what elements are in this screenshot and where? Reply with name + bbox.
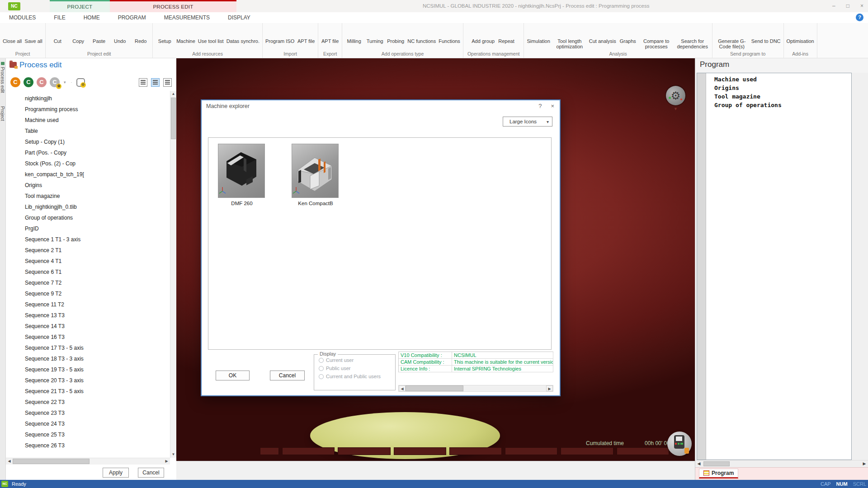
tree-item[interactable]: Stock (Pos. (2) - Cop <box>6 158 170 169</box>
tree-item[interactable]: Sequence 11 T2 <box>6 299 170 310</box>
side-tab[interactable]: Project <box>0 101 5 121</box>
ribbon-button[interactable]: Graphs <box>618 24 638 44</box>
ribbon-button[interactable]: Add group <box>470 24 496 44</box>
tree-item[interactable]: Sequence 13 T3 <box>6 310 170 321</box>
dialog-close-icon[interactable]: × <box>551 103 554 109</box>
tree-item[interactable]: Sequence 19 T3 - 5 axis <box>6 364 170 375</box>
ribbon-button[interactable]: Optimisation <box>785 24 816 44</box>
ribbon-tab[interactable]: PROGRAM <box>109 12 155 23</box>
cancel-button[interactable]: Cancel <box>270 371 305 380</box>
tree-item[interactable]: Sequence 14 T3 <box>6 321 170 332</box>
ribbon-button[interactable]: APT file <box>296 24 316 44</box>
tree-item[interactable]: Sequence 17 T3 - 5 axis <box>6 343 170 353</box>
tree-item[interactable]: Sequence 7 T2 <box>6 277 170 288</box>
scroll-down-icon[interactable]: ▼ <box>170 451 176 458</box>
ribbon-button[interactable]: Use tool list <box>197 24 225 44</box>
machine-list[interactable]: DMF 260 <box>208 137 552 350</box>
ribbon-tab[interactable]: DISPLAY <box>219 12 259 23</box>
viewport-settings-gear-icon[interactable] <box>666 86 685 105</box>
tree-vertical-scrollbar[interactable]: ▲ ▼ <box>170 91 176 458</box>
tree-item[interactable]: Sequence 1 T1 - 3 axis <box>6 234 170 245</box>
ribbon-button[interactable]: Undo <box>109 24 130 44</box>
scroll-right-icon[interactable]: ▶ <box>546 385 553 391</box>
scroll-left-icon[interactable]: ◀ <box>6 458 13 465</box>
tree-item[interactable]: Machine used <box>6 115 170 126</box>
close-button[interactable]: × <box>860 0 863 12</box>
ribbon-tab[interactable]: FILE <box>45 12 74 23</box>
tree-item[interactable]: Origins <box>6 180 170 191</box>
ribbon-button[interactable]: Generate G-Code file(s) <box>714 24 750 49</box>
restore-button[interactable]: □ <box>846 0 849 12</box>
dialog-help-icon[interactable]: ? <box>538 103 542 109</box>
tree-item[interactable]: Sequence 26 T3 <box>6 440 170 451</box>
tree-item[interactable]: Sequence 6 T1 <box>6 267 170 277</box>
radio-icon[interactable] <box>319 374 324 379</box>
side-tab[interactable]: Process edit <box>0 62 5 93</box>
tree-item[interactable]: Sequence 20 T3 - 3 axis <box>6 375 170 386</box>
help-icon[interactable]: ? <box>856 14 863 21</box>
ribbon-button[interactable]: Close all <box>1 24 23 44</box>
ribbon-button[interactable]: APT file <box>320 24 340 44</box>
tree-item[interactable]: ken_compact_b_tch_19[ <box>6 169 170 180</box>
scrollbar-thumb[interactable] <box>406 385 463 391</box>
ribbon-button[interactable]: Copy <box>68 24 89 44</box>
radio-option[interactable]: Current user <box>319 357 395 363</box>
scroll-right-icon[interactable]: ▶ <box>861 460 868 467</box>
tree-item[interactable]: Lib_nightkingjlh_0.tlib <box>6 202 170 212</box>
ribbon-button[interactable]: Send to DNC <box>750 24 782 44</box>
new-window-button[interactable] <box>76 78 85 87</box>
ribbon-button[interactable]: Save all <box>23 24 44 44</box>
view-small-button[interactable] <box>163 78 172 87</box>
program-tab[interactable]: Program <box>699 469 738 479</box>
ribbon-button[interactable]: Turning <box>364 24 385 44</box>
ribbon-button[interactable]: Program ISO <box>264 24 296 44</box>
machine-item[interactable]: DMF 260 <box>218 144 266 206</box>
viewport-settings-caret-icon[interactable]: ▼ <box>674 107 678 111</box>
cancel-button[interactable]: Cancel <box>138 468 164 478</box>
scroll-left-icon[interactable]: ◀ <box>399 385 406 391</box>
ribbon-button[interactable]: Machine <box>175 24 197 44</box>
ribbon-tab[interactable]: MEASUREMENTS <box>155 12 219 23</box>
tree-item[interactable]: Setup - Copy (1) <box>6 136 170 147</box>
scrollbar-thumb[interactable] <box>703 461 730 466</box>
ribbon-button[interactable]: Setup <box>154 24 175 44</box>
tree-item[interactable]: Programming process <box>6 104 170 115</box>
tree-item[interactable]: Sequence 25 T3 <box>6 429 170 440</box>
ribbon-tab[interactable]: MODULES <box>0 12 45 23</box>
view-medium-button[interactable] <box>151 78 160 87</box>
dialog-horizontal-scrollbar[interactable]: ◀ ▶ <box>398 385 553 392</box>
tree-item[interactable]: Sequence 21 T3 - 5 axis <box>6 386 170 397</box>
scroll-right-icon[interactable]: ▶ <box>163 458 170 465</box>
radio-option[interactable]: Current and Public users <box>319 374 395 379</box>
machine-thumbnail[interactable] <box>218 144 265 198</box>
tree-item[interactable]: Tool magazine <box>6 191 170 202</box>
scroll-left-icon[interactable]: ◀ <box>695 460 703 467</box>
program-item[interactable]: Group of operations <box>706 101 851 109</box>
scrollbar-thumb[interactable] <box>13 459 90 464</box>
tree-item[interactable]: PrgID <box>6 223 170 234</box>
machine-item[interactable]: Ken CompactB <box>292 144 340 206</box>
ribbon-button[interactable]: Simulation <box>525 24 551 44</box>
toolbar-dropdown-icon[interactable]: ▾ <box>64 80 66 84</box>
minimize-button[interactable]: – <box>832 0 835 12</box>
ribbon-button[interactable]: Repeat <box>496 24 517 44</box>
ribbon-button[interactable]: Datas synchro. <box>225 24 261 44</box>
program-item[interactable]: Tool magazine <box>706 92 851 101</box>
new-process-green-button[interactable]: C <box>24 77 33 87</box>
tree-item[interactable]: Sequence 24 T3 <box>6 418 170 429</box>
radio-icon[interactable] <box>319 366 324 371</box>
ok-button[interactable]: OK <box>216 371 250 380</box>
tree-horizontal-scrollbar[interactable]: ◀ ▶ <box>6 458 170 465</box>
new-process-red-button[interactable]: C <box>37 77 47 87</box>
machine-thumbnail[interactable] <box>292 144 339 198</box>
tree-item[interactable]: Sequence 2 T1 <box>6 245 170 256</box>
tree-item[interactable]: Sequence 22 T3 <box>6 397 170 408</box>
tree-item[interactable]: Sequence 23 T3 <box>6 408 170 418</box>
tree-item[interactable]: Group of operations <box>6 212 170 223</box>
ribbon-button[interactable]: Search for dependencies <box>675 24 711 49</box>
ribbon-button[interactable]: NC functions <box>406 24 437 44</box>
ribbon-button[interactable]: Compare to processes <box>638 24 675 49</box>
tree-item[interactable]: Sequence 18 T3 - 3 axis <box>6 353 170 364</box>
apply-button[interactable]: Apply <box>103 468 129 478</box>
radio-icon[interactable] <box>319 358 324 363</box>
